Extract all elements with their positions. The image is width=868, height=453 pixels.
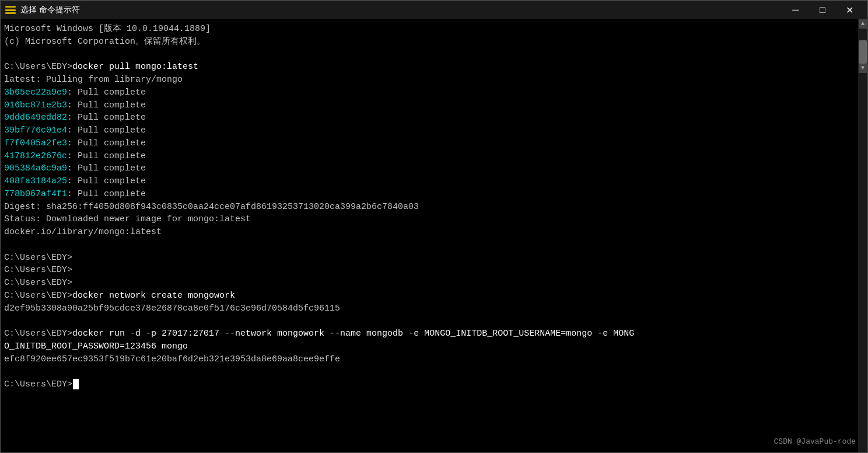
line-blank-3 <box>4 315 863 327</box>
minimize-button[interactable]: ─ <box>782 1 809 19</box>
line-layer-1: 3b65ec22a9e9: Pull complete <box>4 86 863 99</box>
maximize-button[interactable]: □ <box>809 1 836 19</box>
line-layer-2: 016bc871e2b3: Pull complete <box>4 99 863 112</box>
line-blank-2 <box>4 239 863 252</box>
scrollbar[interactable]: ▲ ▼ <box>858 19 867 452</box>
line-prompt-final: C:\Users\EDY> <box>4 378 863 391</box>
title-bar: 选择 命令提示符 ─ □ ✕ <box>1 1 867 19</box>
line-container-hash: efc8f920ee657ec9353f519b7c61e20baf6d2eb3… <box>4 353 863 366</box>
line-cmd-3b: O_INITDB_ROOT_PASSWORD=123456 mongo <box>4 340 863 353</box>
scroll-up-button[interactable]: ▲ <box>859 19 867 29</box>
line-sysinfo-1: Microsoft Windows [版本 10.0.19044.1889] <box>4 23 863 36</box>
scroll-down-button[interactable]: ▼ <box>859 64 867 73</box>
line-layer-7: 905384a6c9a9: Pull complete <box>4 162 863 175</box>
line-cmd-2: C:\Users\EDY>docker network create mongo… <box>4 290 863 302</box>
line-prompt-2: C:\Users\EDY> <box>4 264 863 277</box>
terminal-content: Microsoft Windows [版本 10.0.19044.1889] (… <box>4 23 863 391</box>
line-cmd-1: C:\Users\EDY>docker pull mongo:latest <box>4 61 863 74</box>
scroll-thumb[interactable] <box>859 40 867 64</box>
line-layer-5: f7f0405a2fe3: Pull complete <box>4 137 863 150</box>
line-layer-6: 417812e2676c: Pull complete <box>4 150 863 163</box>
line-digest: Digest: sha256:ff4050d808f943c0835c0aa24… <box>4 201 863 214</box>
watermark: CSDN @JavaPub-rode <box>774 437 856 448</box>
line-sysinfo-2: (c) Microsoft Corporation。保留所有权利。 <box>4 36 863 48</box>
line-network-hash: d2ef95b3308a90a25bf95cdce378e26878ca8e0f… <box>4 302 863 315</box>
line-blank-4 <box>4 365 863 378</box>
line-cmd-3: C:\Users\EDY>docker run -d -p 27017:2701… <box>4 327 863 340</box>
close-button[interactable]: ✕ <box>836 1 863 19</box>
line-prompt-1: C:\Users\EDY> <box>4 252 863 264</box>
line-layer-9: 778b067af4f1: Pull complete <box>4 188 863 201</box>
line-prompt-3: C:\Users\EDY> <box>4 277 863 290</box>
line-pulling: latest: Pulling from library/mongo <box>4 74 863 86</box>
line-layer-4: 39bf776c01e4: Pull complete <box>4 124 863 137</box>
cmd-window: 选择 命令提示符 ─ □ ✕ Microsoft Windows [版本 10.… <box>0 0 868 453</box>
line-layer-3: 9ddd649edd82: Pull complete <box>4 111 863 124</box>
line-blank-1 <box>4 48 863 61</box>
window-controls: ─ □ ✕ <box>782 1 863 19</box>
line-layer-8: 408fa3184a25: Pull complete <box>4 175 863 188</box>
title-bar-left: 选择 命令提示符 <box>5 5 80 15</box>
terminal-body: Microsoft Windows [版本 10.0.19044.1889] (… <box>1 19 867 452</box>
line-status: Status: Downloaded newer image for mongo… <box>4 213 863 226</box>
line-docker-url: docker.io/library/mongo:latest <box>4 226 863 239</box>
window-title: 选择 命令提示符 <box>20 5 80 15</box>
cmd-icon <box>5 6 16 14</box>
